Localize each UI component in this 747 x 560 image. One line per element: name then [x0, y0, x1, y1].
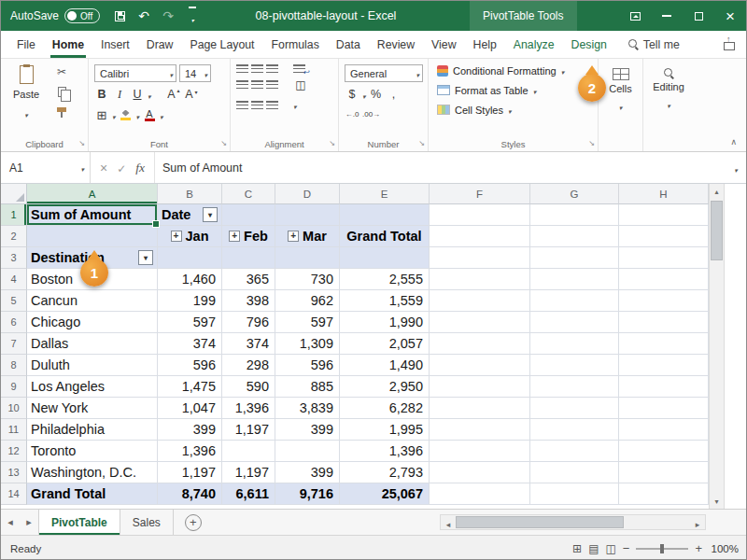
close-button[interactable]	[714, 1, 746, 31]
cell-D8[interactable]: 596	[275, 355, 340, 376]
cell-G10[interactable]	[530, 398, 619, 419]
row-header-8[interactable]: 8	[1, 355, 27, 376]
cell-G1[interactable]	[530, 204, 619, 226]
horizontal-scrollbar[interactable]	[440, 514, 706, 530]
cell-D12[interactable]	[275, 441, 340, 462]
cell-B7[interactable]: 374	[158, 333, 222, 355]
column-header-G[interactable]: G	[530, 184, 619, 204]
cell-A13[interactable]: Washington, D.C.	[27, 462, 158, 483]
expand-button[interactable]	[288, 231, 299, 242]
cell-E14[interactable]: 25,067	[340, 483, 430, 505]
cell-E9[interactable]: 2,950	[340, 376, 430, 398]
tab-insert[interactable]: Insert	[92, 31, 138, 58]
undo-button[interactable]	[132, 1, 156, 31]
select-all-button[interactable]	[1, 184, 27, 204]
row-header-5[interactable]: 5	[1, 290, 27, 312]
cell-F13[interactable]	[430, 462, 530, 483]
merge-center-button[interactable]	[293, 77, 308, 92]
cell-F7[interactable]	[430, 333, 530, 355]
cell-H1[interactable]	[619, 204, 709, 226]
cell-H9[interactable]	[619, 376, 709, 398]
cell-D4[interactable]: 730	[275, 269, 340, 290]
cell-D3[interactable]	[275, 247, 340, 269]
tab-design[interactable]: Design	[563, 31, 615, 58]
cell-E10[interactable]: 6,282	[340, 398, 430, 419]
cell-D14[interactable]: 9,716	[275, 483, 340, 505]
cell-G4[interactable]	[530, 269, 619, 290]
cell-C7[interactable]: 374	[222, 333, 275, 355]
cell-F3[interactable]	[430, 247, 530, 269]
cancel-entry-button[interactable]	[100, 160, 107, 176]
cell-D2[interactable]: Mar	[275, 226, 340, 247]
cell-E12[interactable]: 1,396	[340, 441, 430, 462]
cell-E6[interactable]: 1,990	[340, 312, 430, 333]
sheet-tab-pivottable[interactable]: PivotTable	[38, 510, 120, 535]
cell-B2[interactable]: Jan	[158, 226, 222, 247]
column-header-F[interactable]: F	[430, 184, 530, 204]
align-top-icon[interactable]	[236, 64, 248, 73]
filter-dropdown-button[interactable]	[138, 250, 153, 265]
column-header-B[interactable]: B	[158, 184, 222, 204]
cell-G14[interactable]	[530, 483, 619, 505]
cell-E5[interactable]: 1,559	[340, 290, 430, 312]
cell-D11[interactable]: 399	[275, 419, 340, 441]
cell-E2[interactable]: Grand Total	[340, 226, 430, 247]
cell-G9[interactable]	[530, 376, 619, 398]
autosave-toggle[interactable]: Off	[64, 8, 100, 23]
number-format-select[interactable]: General	[345, 64, 423, 82]
column-header-E[interactable]: E	[340, 184, 430, 204]
cell-A14[interactable]: Grand Total	[27, 483, 158, 505]
vertical-scrollbar-thumb[interactable]	[711, 201, 723, 260]
cell-D9[interactable]: 885	[275, 376, 340, 398]
confirm-entry-button[interactable]	[117, 160, 126, 176]
cell-A8[interactable]: Duluth	[27, 355, 158, 376]
chevron-down-icon[interactable]	[293, 96, 297, 113]
bold-button[interactable]: B	[94, 87, 109, 103]
cell-A5[interactable]: Cancun	[27, 290, 158, 312]
cell-C3[interactable]	[222, 247, 275, 269]
scroll-down-icon[interactable]	[710, 494, 724, 509]
cell-G5[interactable]	[530, 290, 619, 312]
sheet-nav-right-icon[interactable]	[20, 510, 38, 535]
tab-review[interactable]: Review	[369, 31, 423, 58]
collapse-ribbon-button[interactable]	[730, 132, 737, 148]
align-right-icon[interactable]	[266, 80, 278, 89]
zoom-slider-thumb[interactable]	[660, 544, 664, 553]
cell-A6[interactable]: Chicago	[27, 312, 158, 333]
decrease-font-size-button[interactable]: A	[182, 87, 197, 103]
cell-E7[interactable]: 2,057	[340, 333, 430, 355]
new-sheet-button[interactable]	[185, 514, 202, 531]
cut-button[interactable]	[52, 63, 71, 79]
cell-H4[interactable]	[619, 269, 709, 290]
share-button[interactable]	[724, 38, 735, 50]
font-name-select[interactable]: Calibri	[94, 64, 176, 82]
sheet-tab-sales[interactable]: Sales	[120, 510, 174, 535]
align-left-icon[interactable]	[236, 80, 248, 89]
filter-dropdown-button[interactable]	[203, 207, 218, 222]
cell-E8[interactable]: 1,490	[340, 355, 430, 376]
align-middle-icon[interactable]	[251, 64, 263, 73]
dialog-launcher-icon[interactable]	[418, 133, 425, 149]
hscroll-right-icon[interactable]	[690, 514, 705, 531]
maximize-button[interactable]	[683, 1, 714, 31]
cell-E4[interactable]: 2,555	[340, 269, 430, 290]
cell-B14[interactable]: 8,740	[158, 483, 222, 505]
row-header-12[interactable]: 12	[1, 441, 27, 462]
cell-C4[interactable]: 365	[222, 269, 275, 290]
borders-button[interactable]	[94, 107, 109, 123]
cell-C13[interactable]: 1,197	[222, 462, 275, 483]
vertical-scrollbar[interactable]	[709, 184, 725, 509]
cell-D1[interactable]	[275, 204, 340, 226]
expand-button[interactable]	[229, 231, 240, 242]
comma-style-button[interactable]: ,	[387, 87, 402, 103]
dialog-launcher-icon[interactable]	[78, 133, 85, 149]
cell-A12[interactable]: Toronto	[27, 441, 158, 462]
align-bottom-icon[interactable]	[266, 64, 278, 73]
tab-analyze[interactable]: Analyze	[505, 31, 563, 58]
cell-F4[interactable]	[430, 269, 530, 290]
font-size-select[interactable]: 14	[179, 64, 211, 82]
cell-B3[interactable]	[158, 247, 222, 269]
cell-B6[interactable]: 597	[158, 312, 222, 333]
cell-F5[interactable]	[430, 290, 530, 312]
cell-E13[interactable]: 2,793	[340, 462, 430, 483]
